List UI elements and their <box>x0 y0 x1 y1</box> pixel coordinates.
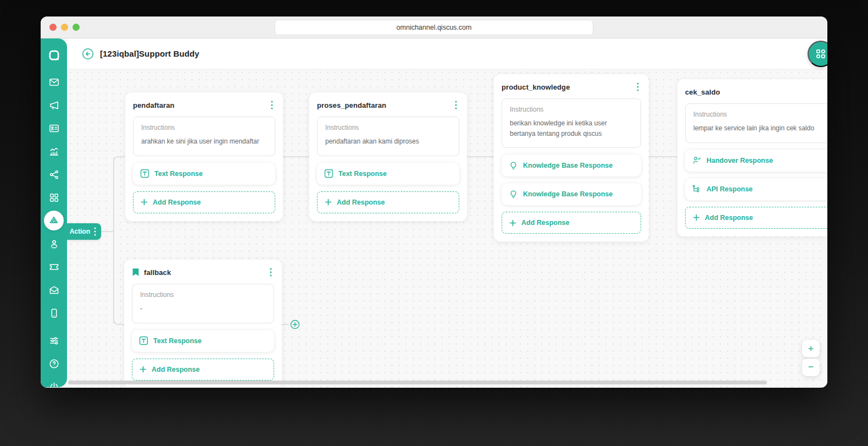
sidebar-item-broadcast-megaphone[interactable] <box>41 93 67 117</box>
text-response-icon <box>139 336 148 345</box>
kebab-menu-icon[interactable] <box>635 82 641 91</box>
kebab-menu-icon[interactable] <box>268 268 274 277</box>
qiscus-logo-icon <box>47 48 62 63</box>
response-row-handover-response[interactable]: Handover Response <box>685 150 827 172</box>
page-title: [123iqbal]Support Buddy <box>100 49 199 58</box>
sidebar-item-apps-grid[interactable] <box>41 186 67 209</box>
add-response-button[interactable]: Add Response <box>685 207 827 229</box>
knowledge-base-icon <box>509 190 518 199</box>
sidebar-item-agent[interactable] <box>41 232 67 255</box>
plus-icon <box>509 219 516 227</box>
sidebar-item-contact-card[interactable] <box>41 117 67 140</box>
flow-canvas[interactable]: Action pendaftaran Instructions arahkan … <box>67 69 827 387</box>
back-arrow-icon <box>82 48 94 60</box>
response-row-knowledge-base-response[interactable]: Knowledge Base Response <box>502 183 641 205</box>
sidebar-item-help[interactable] <box>41 352 67 375</box>
zoom-in-button[interactable]: + <box>802 340 820 357</box>
instructions-box[interactable]: Instructions berikan knowledge ini ketik… <box>502 98 641 148</box>
instructions-text: pendaftaran akan kami diproses <box>325 136 451 147</box>
add-response-label: Add Response <box>152 366 200 373</box>
flow-card-pendaftaran[interactable]: pendaftaran Instructions arahkan ke sini… <box>125 92 283 221</box>
close-window-button[interactable] <box>49 24 57 31</box>
sidebar-item-mobile-app[interactable] <box>41 301 67 324</box>
response-label: Knowledge Base Response <box>523 162 613 169</box>
instructions-box[interactable]: Instructions lempar ke service lain jika… <box>685 103 827 143</box>
sidebar-item-ticket[interactable] <box>41 255 67 278</box>
back-button[interactable] <box>81 47 94 60</box>
instructions-box[interactable]: Instructions arahkan ke sini jika user i… <box>133 117 275 156</box>
instructions-box[interactable]: Instructions pendaftaran akan kami dipro… <box>317 117 459 156</box>
response-row-api-response[interactable]: API Response <box>685 178 827 200</box>
text-response-icon <box>140 169 149 178</box>
add-response-button[interactable]: Add Response <box>132 359 274 381</box>
sidebar-item-settings-sliders[interactable] <box>41 329 67 352</box>
flow-card-proses_pendaftaran[interactable]: proses_pendaftaran Instructions pendafta… <box>309 92 467 221</box>
response-label: Text Response <box>153 337 202 345</box>
flow-card-product_knowledge[interactable]: product_knowledge Instructions berikan k… <box>494 74 649 241</box>
kebab-menu-icon[interactable] <box>94 227 96 236</box>
card-header: proses_pendaftaran <box>317 99 459 111</box>
instructions-text: berikan knowledge ini ketika user bertan… <box>510 118 633 139</box>
add-response-label: Add Response <box>705 214 753 222</box>
contact-card-icon <box>48 123 60 134</box>
kebab-menu-icon[interactable] <box>269 101 275 109</box>
add-response-button[interactable]: Add Response <box>133 191 275 213</box>
plus-icon <box>325 199 332 206</box>
power-icon <box>48 381 60 388</box>
sidebar-item-mail[interactable] <box>41 70 67 93</box>
minimize-window-button[interactable] <box>61 24 68 31</box>
add-response-label: Add Response <box>521 219 570 227</box>
instructions-text: arahkan ke sini jika user ingin mendafta… <box>141 136 267 147</box>
card-header: fallback <box>132 266 274 278</box>
plus-icon <box>140 366 147 373</box>
kebab-menu-icon[interactable] <box>453 101 459 109</box>
sidebar-item-power[interactable] <box>41 375 67 387</box>
card-header: pendaftaran <box>133 99 275 111</box>
zoom-window-button[interactable] <box>73 24 80 31</box>
integration-share-icon <box>48 169 60 180</box>
text-response-icon <box>324 169 333 178</box>
sidebar-item-inbox[interactable] <box>41 278 67 301</box>
url-text: omnichannel.qiscus.com <box>397 24 472 31</box>
sidebar-item-robolabs-bot[interactable] <box>41 209 67 232</box>
flow-card-fallback[interactable]: fallback Instructions - Text Response Ad… <box>124 260 282 387</box>
settings-sliders-icon <box>48 335 60 346</box>
add-response-button[interactable]: Add Response <box>317 191 459 213</box>
add-node-circle-plus-icon <box>291 321 299 329</box>
action-node[interactable]: Action <box>67 223 101 240</box>
plus-icon <box>141 199 148 206</box>
sidebar <box>41 38 67 387</box>
url-bar[interactable]: omnichannel.qiscus.com <box>275 20 593 35</box>
add-response-button[interactable]: Add Response <box>502 212 641 234</box>
sidebar-item-qiscus-logo[interactable] <box>41 40 67 70</box>
broadcast-megaphone-icon <box>48 100 60 111</box>
api-response-icon <box>692 184 702 194</box>
browser-chrome: omnichannel.qiscus.com <box>41 16 827 38</box>
analytics-icon <box>48 146 60 157</box>
response-row-text-response[interactable]: Text Response <box>133 163 275 185</box>
main-area: [123iqbal]Support Buddy <box>67 38 827 387</box>
card-title: cek_saldo <box>685 88 824 96</box>
card-title: fallback <box>144 268 263 277</box>
instructions-text: lempar ke service lain jika ingin cek sa… <box>693 123 826 134</box>
sidebar-item-analytics[interactable] <box>41 140 67 163</box>
instructions-box[interactable]: Instructions - <box>132 284 274 323</box>
response-label: Handover Response <box>706 157 773 164</box>
card-header: product_knowledge <box>502 81 641 93</box>
flow-card-cek_saldo[interactable]: cek_saldo Instructions lempar ke service… <box>677 79 827 236</box>
mobile-app-icon <box>48 307 60 319</box>
layout-grid-button[interactable] <box>808 41 827 67</box>
response-row-text-response[interactable]: Text Response <box>317 163 459 185</box>
card-title: product_knowledge <box>502 83 630 91</box>
zoom-out-button[interactable]: − <box>802 359 820 376</box>
connector-bracket <box>114 157 119 324</box>
response-row-text-response[interactable]: Text Response <box>132 330 274 352</box>
response-label: API Response <box>706 185 753 193</box>
horizontal-scrollbar[interactable] <box>68 381 767 384</box>
response-label: Text Response <box>154 170 203 178</box>
response-row-knowledge-base-response[interactable]: Knowledge Base Response <box>502 155 641 177</box>
ticket-icon <box>48 261 60 273</box>
browser-window: omnichannel.qiscus.com [123iqbal]Support… <box>41 16 827 388</box>
handover-response-icon <box>692 156 702 165</box>
sidebar-item-integration-share[interactable] <box>41 163 67 186</box>
